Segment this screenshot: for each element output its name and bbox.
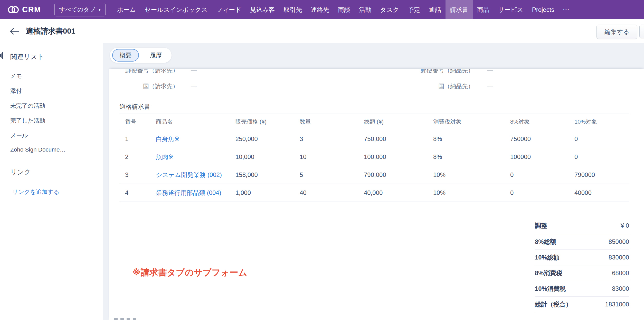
row-amt8: 750000 bbox=[505, 135, 569, 143]
top-navbar: CRM すべてのタブ ▾ ホーム セールスインボックス フィード 見込み客 取引… bbox=[0, 0, 644, 19]
row-price: 10,000 bbox=[230, 153, 294, 161]
nav-item-services[interactable]: サービス bbox=[494, 0, 528, 19]
col-product-name: 商品名 bbox=[150, 118, 230, 126]
row-qty: 3 bbox=[294, 135, 358, 143]
totals-summary: 調整 ¥ 0 8%総額 850000 10%総額 830000 8%消費税 68… bbox=[535, 217, 629, 312]
row-amt10: 40000 bbox=[569, 189, 629, 196]
row-total: 790,000 bbox=[358, 171, 428, 178]
row-number: 3 bbox=[119, 171, 150, 178]
related-list: メモ 添付 未完了の活動 完了した活動 メール Zoho Sign Docume… bbox=[10, 72, 103, 152]
field-value-country-shipping: — bbox=[487, 82, 493, 89]
field-value-zip-billing: — bbox=[191, 69, 197, 73]
total-value: 83000 bbox=[612, 285, 629, 292]
total-value: 830000 bbox=[609, 254, 629, 261]
nav-item-projects[interactable]: Projects bbox=[528, 0, 559, 19]
total-label: 10%総額 bbox=[535, 253, 560, 262]
col-price: 販売価格 (¥) bbox=[230, 118, 294, 126]
row-number: 1 bbox=[119, 135, 150, 143]
nav-item-contacts[interactable]: 連絡先 bbox=[306, 0, 334, 19]
field-label-country-billing: 国（請求先） bbox=[109, 82, 178, 90]
chevron-down-icon: ▾ bbox=[99, 7, 101, 12]
row-total: 100,000 bbox=[358, 153, 428, 161]
nav-item-deals[interactable]: 商談 bbox=[334, 0, 355, 19]
row-amt10: 0 bbox=[569, 135, 629, 143]
sidebar-item-emails[interactable]: メール bbox=[10, 132, 103, 137]
field-value-country-billing: — bbox=[191, 82, 197, 89]
related-list-heading-row: 関連リスト bbox=[10, 52, 103, 61]
nav-item-salesinbox[interactable]: セールスインボックス bbox=[140, 0, 212, 19]
sidebar-item-notes[interactable]: メモ bbox=[10, 72, 103, 78]
subform-table: 番号 商品名 販売価格 (¥) 数量 総額 (¥) 消費税対象 8%対象 10%… bbox=[119, 114, 629, 202]
sidebar-item-zoho-sign-documents[interactable]: Zoho Sign Docume… bbox=[10, 146, 103, 152]
total-row-8pct-tax: 8%消費税 68000 bbox=[535, 265, 629, 281]
total-value: 68000 bbox=[612, 269, 629, 277]
product-link[interactable]: 魚肉※ bbox=[150, 153, 230, 161]
row-price: 158,000 bbox=[230, 171, 294, 178]
col-10pct: 10%対象 bbox=[569, 118, 629, 126]
nav-item-home[interactable]: ホーム bbox=[113, 0, 140, 19]
row-qty: 40 bbox=[294, 189, 358, 196]
sidebar-item-open-activities[interactable]: 未完了の活動 bbox=[10, 102, 103, 108]
partial-button-right-edge[interactable] bbox=[639, 25, 644, 38]
total-label: 8%総額 bbox=[535, 238, 556, 246]
row-amt8: 0 bbox=[505, 189, 569, 196]
tab-timeline[interactable]: 履歴 bbox=[143, 49, 169, 62]
product-link[interactable]: 白身魚※ bbox=[150, 135, 230, 143]
back-arrow-icon[interactable] bbox=[9, 26, 20, 36]
nav-items: ホーム セールスインボックス フィード 見込み客 取引先 連絡先 商談 活動 タ… bbox=[113, 0, 574, 19]
nav-item-invoices-active[interactable]: 請求書 bbox=[446, 0, 473, 19]
header-actions: 編集する bbox=[596, 25, 637, 39]
total-label: 調整 bbox=[535, 222, 547, 230]
row-amt10: 790000 bbox=[569, 171, 629, 178]
add-link-button[interactable]: リンクを追加する bbox=[12, 188, 103, 196]
total-value: 850000 bbox=[609, 238, 629, 245]
product-link[interactable]: システム開発業務 (002) bbox=[150, 171, 230, 179]
nav-item-feed[interactable]: フィード bbox=[212, 0, 246, 19]
all-tabs-dropdown[interactable]: すべてのタブ ▾ bbox=[54, 3, 106, 16]
table-row: 4 業務遂行用部品類 (004) 1,000 40 40,000 10% 0 4… bbox=[119, 184, 629, 202]
related-list-heading: 関連リスト bbox=[10, 53, 44, 61]
total-label: 8%消費税 bbox=[535, 269, 562, 277]
row-total: 40,000 bbox=[358, 189, 428, 196]
table-row: 1 白身魚※ 250,000 3 750,000 8% 750000 0 bbox=[119, 130, 629, 148]
page-title: 適格請求書001 bbox=[26, 26, 75, 36]
col-8pct: 8%対象 bbox=[505, 118, 569, 126]
nav-item-activities[interactable]: 活動 bbox=[355, 0, 376, 19]
zoho-logo-icon bbox=[7, 4, 20, 15]
nav-item-accounts[interactable]: 取引先 bbox=[279, 0, 306, 19]
col-tax-target: 消費税対象 bbox=[428, 118, 505, 126]
brand[interactable]: CRM bbox=[7, 4, 41, 15]
row-tax: 10% bbox=[428, 189, 505, 196]
total-value: 1831000 bbox=[605, 301, 629, 308]
row-qty: 5 bbox=[294, 171, 358, 178]
nav-item-calls[interactable]: 通話 bbox=[424, 0, 446, 19]
row-tax: 8% bbox=[428, 135, 505, 143]
total-row-grand-total: 総計（税合） 1831000 bbox=[535, 297, 629, 312]
total-row-10pct-subtotal: 10%総額 830000 bbox=[535, 250, 629, 265]
row-price: 1,000 bbox=[230, 189, 294, 196]
nav-item-products[interactable]: 商品 bbox=[473, 0, 494, 19]
tab-overview[interactable]: 概要 bbox=[112, 49, 139, 62]
nav-more-ellipsis[interactable]: ⋯ bbox=[558, 6, 574, 14]
nav-item-leads[interactable]: 見込み客 bbox=[246, 0, 279, 19]
view-tabs: 概要 履歴 bbox=[110, 48, 172, 63]
field-label-country-shipping: 国（納品先） bbox=[392, 82, 474, 90]
row-qty: 10 bbox=[294, 153, 358, 161]
sidebar-item-attachments[interactable]: 添付 bbox=[10, 87, 103, 93]
all-tabs-dropdown-label: すべてのタブ bbox=[59, 6, 96, 14]
table-row: 2 魚肉※ 10,000 10 100,000 8% 100000 0 bbox=[119, 148, 629, 166]
sidebar-item-closed-activities[interactable]: 完了した活動 bbox=[10, 117, 103, 123]
col-quantity: 数量 bbox=[294, 118, 358, 126]
page-header: 適格請求書001 編集する bbox=[0, 19, 644, 43]
nav-item-tasks[interactable]: タスク bbox=[376, 0, 403, 19]
row-amt10: 0 bbox=[569, 153, 629, 161]
row-number: 2 bbox=[119, 153, 150, 161]
collapse-panel-icon[interactable] bbox=[0, 52, 6, 60]
workspace: 関連リスト メモ 添付 未完了の活動 完了した活動 メール Zoho Sign … bbox=[0, 43, 644, 320]
total-label: 総計（税合） bbox=[535, 300, 572, 308]
table-row: 3 システム開発業務 (002) 158,000 5 790,000 10% 0… bbox=[119, 166, 629, 184]
row-tax: 10% bbox=[428, 171, 505, 178]
product-link[interactable]: 業務遂行用部品類 (004) bbox=[150, 189, 230, 197]
nav-item-events[interactable]: 予定 bbox=[403, 0, 424, 19]
edit-button[interactable]: 編集する bbox=[596, 25, 637, 39]
